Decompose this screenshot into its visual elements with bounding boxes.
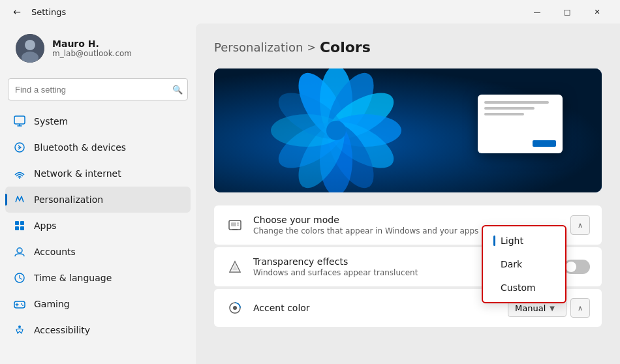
sidebar-item-time-label: Time & language [34, 273, 112, 283]
toggle-knob [566, 262, 576, 272]
unselected-indicator [493, 259, 495, 269]
accounts-icon [13, 245, 26, 258]
mini-line [484, 107, 535, 110]
user-profile[interactable]: Mauro H. m_lab@outlook.com [5, 26, 191, 73]
mode-dropdown-popup: Light Dark Custom [482, 225, 566, 303]
choose-mode-icon [226, 216, 244, 234]
svg-point-1 [25, 40, 35, 50]
minimize-button[interactable]: — [522, 1, 552, 22]
sidebar-item-gaming[interactable]: Gaming [5, 291, 191, 317]
svg-rect-37 [237, 222, 239, 224]
sidebar-item-system-label: System [34, 116, 68, 127]
choose-mode-title: Choose your mode [253, 215, 566, 225]
accent-color-expand-button[interactable]: ∧ [570, 298, 590, 318]
mode-option-dark-label: Dark [501, 259, 522, 269]
choose-mode-expand-button[interactable]: ∧ [570, 215, 590, 235]
svg-point-12 [17, 248, 22, 253]
breadcrumb-parent[interactable]: Personalization [214, 40, 303, 54]
mini-window-preview [478, 95, 563, 153]
unselected-indicator [493, 282, 495, 293]
mini-button-row [533, 140, 556, 147]
sidebar-item-personalization[interactable]: Personalization [5, 187, 191, 213]
mode-option-custom-label: Custom [501, 282, 536, 293]
sidebar-item-network[interactable]: Network & internet [5, 160, 191, 187]
nav-section: System Bluetooth & devices [0, 108, 196, 343]
svg-rect-3 [14, 116, 25, 124]
mode-option-light[interactable]: Light [483, 229, 565, 252]
back-button[interactable]: ← [8, 3, 26, 21]
sidebar-item-accounts[interactable]: Accounts [5, 239, 191, 265]
breadcrumb: Personalization > Colors [214, 39, 602, 55]
sidebar-item-gaming-label: Gaming [34, 299, 70, 309]
choose-mode-control: Light Dark Custom ∧ [566, 215, 590, 235]
sidebar-item-time[interactable]: Time & language [5, 265, 191, 291]
titlebar: ← Settings — □ ✕ [0, 0, 620, 23]
selected-indicator [493, 235, 495, 246]
svg-point-18 [22, 305, 23, 306]
svg-rect-38 [237, 224, 239, 226]
mini-window-lines [484, 101, 556, 115]
sidebar-item-accessibility[interactable]: Accessibility [5, 317, 191, 343]
svg-rect-8 [15, 221, 19, 225]
mode-option-dark[interactable]: Dark [483, 252, 565, 276]
apps-icon [13, 219, 26, 232]
user-email: m_lab@outlook.com [52, 49, 132, 58]
sidebar-item-bluetooth-label: Bluetooth & devices [34, 142, 126, 153]
sidebar-item-network-label: Network & internet [34, 168, 121, 179]
search-box: 🔍 [8, 78, 188, 100]
sidebar-item-personalization-label: Personalization [34, 194, 103, 205]
window-controls: — □ ✕ [522, 1, 612, 22]
theme-preview [214, 68, 602, 192]
mode-option-light-label: Light [501, 235, 523, 246]
svg-point-7 [19, 177, 20, 179]
user-info: Mauro H. m_lab@outlook.com [52, 38, 132, 58]
dropdown-caret-icon: ▼ [550, 305, 555, 312]
preview-inner [214, 68, 602, 192]
svg-rect-36 [231, 222, 236, 226]
mini-line [484, 101, 549, 104]
gaming-icon [13, 297, 26, 311]
search-input[interactable] [8, 78, 188, 100]
choose-mode-row: Choose your mode Change the colors that … [214, 205, 602, 245]
transparency-icon [226, 258, 244, 276]
bluetooth-icon [13, 141, 26, 154]
transparency-control [564, 260, 590, 274]
app-title: Settings [31, 7, 522, 17]
accessibility-icon [13, 324, 26, 337]
sidebar: Mauro H. m_lab@outlook.com 🔍 System [0, 23, 196, 364]
svg-rect-10 [15, 226, 19, 230]
accent-color-icon [226, 299, 244, 317]
svg-point-17 [21, 303, 22, 305]
maximize-button[interactable]: □ [552, 1, 582, 22]
mini-line [484, 113, 524, 115]
network-icon [13, 167, 26, 180]
mode-option-custom[interactable]: Custom [483, 276, 565, 299]
svg-rect-9 [20, 221, 24, 225]
accent-color-text: Accent color [253, 303, 508, 313]
svg-point-42 [233, 306, 237, 310]
sidebar-item-system[interactable]: System [5, 108, 191, 134]
transparency-toggle[interactable] [564, 260, 590, 274]
time-icon [13, 271, 26, 284]
sidebar-item-accessibility-label: Accessibility [34, 325, 90, 335]
sidebar-item-apps-label: Apps [34, 220, 57, 231]
accent-color-dropdown-value: Manual [515, 303, 546, 313]
system-icon [13, 115, 26, 128]
svg-point-19 [18, 326, 21, 328]
accent-color-title: Accent color [253, 303, 508, 313]
user-name: Mauro H. [52, 38, 132, 49]
svg-point-33 [326, 121, 346, 140]
close-button[interactable]: ✕ [582, 1, 612, 22]
sidebar-item-apps[interactable]: Apps [5, 213, 191, 239]
avatar [16, 34, 44, 63]
svg-rect-11 [20, 226, 24, 230]
app-body: Mauro H. m_lab@outlook.com 🔍 System [0, 23, 620, 364]
sidebar-item-bluetooth[interactable]: Bluetooth & devices [5, 134, 191, 160]
breadcrumb-separator: > [307, 41, 315, 53]
sidebar-item-accounts-label: Accounts [34, 247, 76, 257]
breadcrumb-current: Colors [320, 39, 371, 55]
personalization-icon [13, 193, 26, 206]
content-area: Personalization > Colors [196, 23, 620, 364]
mini-button [533, 140, 556, 147]
